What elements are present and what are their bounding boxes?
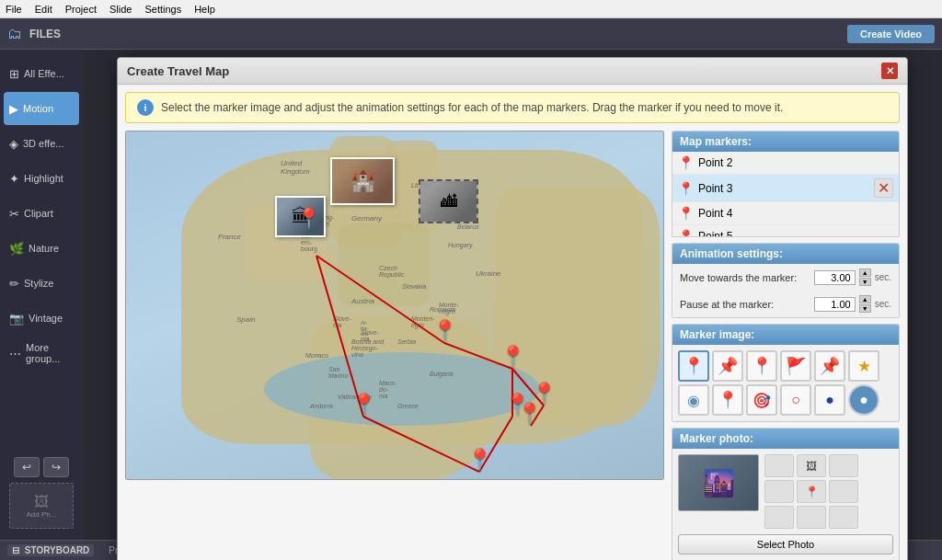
menu-file[interactable]: File [6,4,22,15]
animation-settings-header: Animation settings: [672,244,899,264]
marker-item-point3[interactable]: 📍 Point 3 ✕ [672,175,899,202]
photo-cell-5[interactable]: 📍 [797,480,826,503]
marker-photo-header: Marker photo: [672,429,899,449]
photo-cell-7[interactable] [764,506,794,529]
marker-delete-button[interactable]: ✕ [874,178,893,198]
photo-cell-1[interactable] [764,454,794,477]
marker-pin-icon-2: 📍 [678,181,694,196]
move-towards-input[interactable] [814,270,856,285]
nature-icon: 🌿 [9,242,24,256]
pause-down[interactable]: ▼ [859,304,871,313]
marker-item-point2[interactable]: 📍 Point 2 [672,152,899,175]
modal-body: UnitedKingdom Den-mark Nether-lands Belg… [118,131,907,560]
modal-titlebar: Create Travel Map ✕ [118,58,907,85]
undo-button[interactable]: ↩ [14,457,40,477]
marker-img-flag[interactable]: 🚩 [780,350,811,382]
move-towards-label: Move towards the marker: [680,272,810,283]
marker-label-point4: Point 4 [698,207,893,220]
add-photo-label: Add Ph... [27,510,57,519]
marker-img-target[interactable]: 🎯 [746,384,777,416]
sidebar-item-all-effects[interactable]: ⊞ All Effe... [4,57,79,90]
modal-overlay: Create Travel Map ✕ i Select the marker … [83,50,942,540]
map-container[interactable]: UnitedKingdom Den-mark Nether-lands Belg… [125,131,664,480]
files-icon: 🗂 [7,26,22,42]
map-pin-2[interactable]: 📍 [432,319,457,343]
sidebar-label-vintage: Vintage [29,313,63,324]
stylize-icon: ✏ [9,277,19,291]
marker-label-point2: Point 2 [698,156,893,169]
sidebar-item-vintage[interactable]: 📷 Vintage [4,302,79,335]
more-icon: ⋯ [9,347,21,360]
marker-img-blue-circle[interactable]: ● [848,384,879,416]
pause-up[interactable]: ▲ [859,295,871,303]
info-bar: i Select the marker image and adjust the… [125,92,900,123]
menu-settings[interactable]: Settings [144,4,181,15]
photo-cell-6[interactable] [829,480,858,503]
sidebar-item-clipart[interactable]: ✂ Clipart [4,197,79,230]
move-towards-down[interactable]: ▼ [859,278,871,286]
menu-help[interactable]: Help [194,4,215,15]
markers-list: 📍 Point 2 📍 Point 3 ✕ [672,152,899,236]
photo-preview: 🌆 [678,454,759,511]
map-pin-5[interactable]: 📍 [351,393,376,417]
map-pin-7[interactable]: 📍 [517,402,542,426]
marker-img-dot[interactable]: ● [814,384,845,416]
sidebar-label-highlight: Highlight [24,173,63,184]
move-towards-row: Move towards the marker: ▲ ▼ sec. [672,264,899,291]
marker-pin-icon-4: 📍 [678,229,694,236]
marker-img-star[interactable]: ★ [848,350,879,382]
marker-item-point5[interactable]: 📍 Point 5 [672,225,899,236]
sidebar-item-more[interactable]: ⋯ More group... [4,337,79,370]
select-photo-button[interactable]: Select Photo [678,534,893,554]
marker-img-yellow-pin[interactable]: 📍 [746,350,777,382]
sidebar-label-stylize: Stylize [24,278,53,289]
photo-cell-8[interactable] [797,506,826,529]
menu-project[interactable]: Project [65,4,97,15]
photo-cell-9[interactable] [829,506,858,529]
sidebar-item-nature[interactable]: 🌿 Nature [4,232,79,265]
map-photo-3: 🏙 [419,179,478,223]
sidebar-item-stylize[interactable]: ✏ Stylize [4,267,79,300]
clipart-icon: ✂ [9,207,19,221]
sidebar-item-highlight[interactable]: ✦ Highlight [4,162,79,195]
photo-cell-2[interactable]: 🖼 [797,454,826,477]
map-pin-8[interactable]: 📍 [467,448,492,472]
create-video-button[interactable]: Create Video [847,25,935,43]
sidebar-label-nature: Nature [29,243,59,254]
sidebar-label-motion: Motion [23,103,53,114]
pause-spinner[interactable]: ▲ ▼ [859,295,871,313]
marker-img-blue-pin[interactable]: 📌 [712,350,743,382]
modal-title: Create Travel Map [127,64,229,78]
photo-cell-3[interactable] [829,454,858,477]
marker-img-pushpin[interactable]: 📌 [814,350,845,382]
menu-slide[interactable]: Slide [109,4,132,15]
map-pin-1[interactable]: 📍 [296,207,321,231]
marker-img-small-pin[interactable]: 📍 [712,384,743,416]
sidebar-label-clipart: Clipart [24,208,53,219]
marker-image-header: Marker image: [672,325,899,345]
pause-label: Pause at the marker: [680,299,810,310]
info-icon: i [137,99,154,116]
redo-button[interactable]: ↪ [43,457,69,477]
modal-close-button[interactable]: ✕ [881,63,898,79]
add-photo-icon: 🖼 [34,494,49,510]
photo-cell-4[interactable] [764,480,794,503]
sidebar-item-motion[interactable]: ▶ Motion [4,92,79,125]
move-towards-up[interactable]: ▲ [859,269,871,277]
marker-img-red-pin[interactable]: 📍 [678,350,709,382]
add-photo-area[interactable]: 🖼 Add Ph... [9,483,74,529]
move-towards-spinner[interactable]: ▲ ▼ [859,269,871,286]
marker-img-ring[interactable]: ○ [780,384,811,416]
all-effects-icon: ⊞ [9,67,19,81]
move-towards-unit: sec. [875,272,891,282]
map-pin-3[interactable]: 📍 [500,345,525,369]
topbar-label: FILES [29,28,61,40]
pause-input[interactable] [814,297,856,312]
marker-item-point4[interactable]: 📍 Point 4 [672,202,899,225]
marker-photo-body: 🌆 🖼 📍 [672,449,899,560]
menu-edit[interactable]: Edit [35,4,52,15]
highlight-icon: ✦ [9,172,19,186]
sidebar-item-3d[interactable]: ◈ 3D effe... [4,127,79,160]
marker-img-circle-pin[interactable]: ◉ [678,384,709,416]
marker-pin-icon: 📍 [678,155,694,170]
